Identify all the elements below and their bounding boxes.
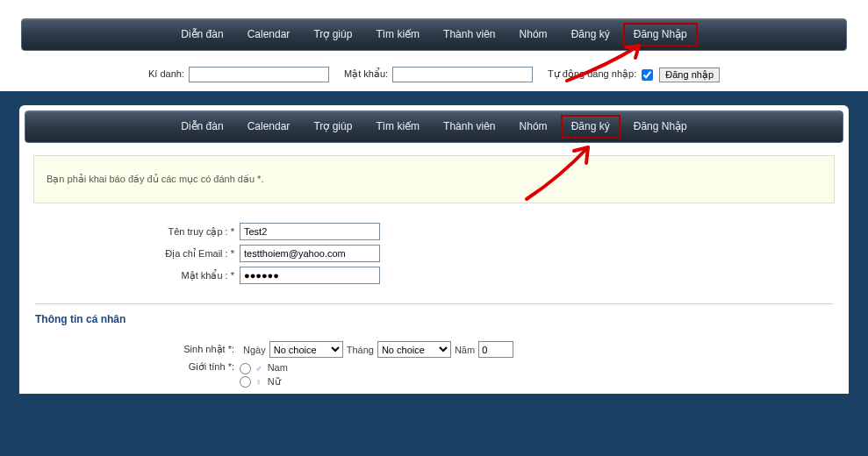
inner-nav-calendar[interactable]: Calendar (237, 120, 301, 132)
username-label: Kí danh: (148, 68, 184, 79)
reg-email-input[interactable] (240, 245, 380, 262)
inner-nav-bar: Diễn đàn Calendar Trợ giúp Tìm kiếm Thàn… (25, 110, 843, 143)
reg-username-input[interactable] (240, 223, 380, 240)
autologin-label: Tự động đăng nhập: (548, 68, 636, 79)
month-select[interactable]: No choice (377, 341, 451, 358)
inner-nav-login[interactable]: Đăng Nhập (623, 120, 698, 132)
male-icon: ♂ (255, 364, 262, 374)
female-icon: ♀ (255, 377, 262, 387)
username-field-label: Tên truy cập : * (68, 226, 240, 238)
login-button[interactable]: Đăng nhập (659, 68, 720, 82)
notice-box: Bạn phải khai báo đầy đủ các mục có đánh… (33, 155, 835, 203)
day-sublabel: Ngày (243, 345, 266, 355)
top-nav-bar: Diễn đàn Calendar Trợ giúp Tìm kiếm Thàn… (21, 18, 847, 51)
login-bar: Kí danh: Mật khẩu: Tự động đăng nhập: Đă… (0, 58, 868, 91)
password-label: Mật khẩu: (344, 68, 388, 79)
inner-nav-members[interactable]: Thành viên (433, 120, 506, 132)
gender-male-radio[interactable] (240, 363, 251, 374)
autologin-checkbox[interactable] (642, 69, 653, 81)
nav-help[interactable]: Trợ giúp (303, 28, 362, 40)
nav-search[interactable]: Tìm kiếm (365, 28, 430, 40)
password-input[interactable] (392, 67, 533, 82)
nav-forum[interactable]: Diễn đàn (170, 28, 233, 40)
day-select[interactable]: No choice (269, 341, 343, 358)
content-panel: Diễn đàn Calendar Trợ giúp Tìm kiếm Thàn… (19, 105, 849, 394)
nav-calendar[interactable]: Calendar (237, 28, 301, 40)
username-input[interactable] (189, 67, 329, 82)
inner-nav-register[interactable]: Đăng ký (561, 115, 621, 139)
gender-female-radio[interactable] (240, 376, 251, 388)
gender-label: Giới tính *: (68, 361, 240, 388)
nav-members[interactable]: Thành viên (433, 28, 506, 40)
section-personal-info: Thông tin cá nhân (35, 313, 843, 325)
nav-groups[interactable]: Nhóm (509, 28, 558, 40)
email-field-label: Địa chỉ Email : * (68, 248, 240, 260)
birthday-label: Sinh nhật *: (68, 344, 240, 355)
reg-password-input[interactable] (240, 267, 380, 284)
password-field-label: Mật khẩu : * (68, 270, 240, 281)
nav-register[interactable]: Đăng ký (561, 28, 621, 40)
gender-male-label: Nam (268, 362, 288, 373)
divider (35, 303, 833, 304)
year-input[interactable] (478, 341, 513, 358)
inner-nav-forum[interactable]: Diễn đàn (170, 120, 233, 132)
inner-nav-help[interactable]: Trợ giúp (303, 120, 362, 132)
year-sublabel: Năm (455, 345, 475, 355)
nav-login[interactable]: Đăng Nhập (623, 23, 698, 46)
inner-nav-groups[interactable]: Nhóm (509, 120, 558, 132)
month-sublabel: Tháng (347, 345, 374, 355)
inner-nav-search[interactable]: Tìm kiếm (365, 120, 430, 132)
gender-female-label: Nữ (268, 376, 281, 387)
